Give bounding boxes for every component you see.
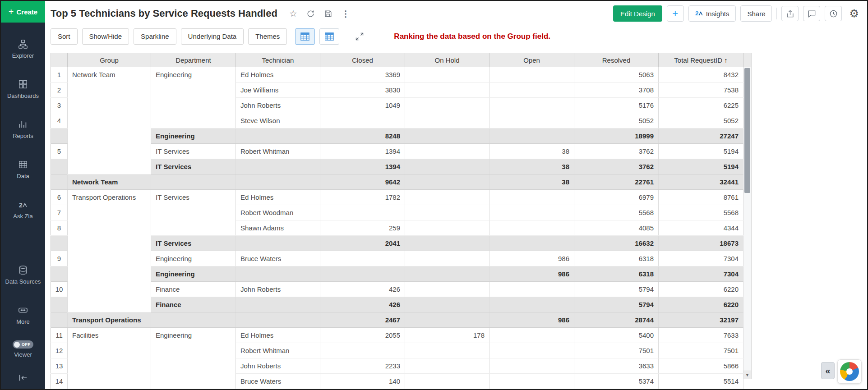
total-requestid-cell[interactable]: 6225 bbox=[659, 98, 743, 113]
resolved-cell[interactable]: 3633 bbox=[574, 358, 659, 374]
themes-button[interactable]: Themes bbox=[248, 28, 287, 45]
total-requestid-cell[interactable]: 5052 bbox=[659, 113, 743, 128]
group-total-label-cell[interactable]: Network Team bbox=[68, 174, 151, 190]
resolved-cell[interactable]: 4085 bbox=[574, 220, 659, 236]
technician-cell[interactable]: Robert Whitman bbox=[236, 144, 320, 159]
resolved-cell[interactable]: 6318 bbox=[574, 266, 659, 282]
pivot-view-icon[interactable] bbox=[319, 28, 339, 45]
resolved-cell[interactable]: 5052 bbox=[574, 113, 659, 128]
sidebar-item-data[interactable]: Data bbox=[1, 159, 45, 179]
closed-cell[interactable]: 3830 bbox=[320, 83, 405, 98]
settings-gear-icon[interactable]: ⚙ bbox=[849, 8, 859, 19]
resolved-cell[interactable]: 3762 bbox=[574, 144, 659, 159]
department-cell[interactable]: Finance bbox=[151, 282, 236, 297]
total-requestid-cell[interactable]: 5568 bbox=[659, 205, 743, 220]
group-total-label-cell[interactable]: Transport Operations bbox=[68, 312, 151, 328]
resolved-cell[interactable]: 5568 bbox=[574, 205, 659, 220]
closed-cell[interactable]: 9642 bbox=[320, 174, 405, 190]
column-header-department[interactable]: Department bbox=[151, 53, 236, 67]
share-button[interactable]: Share bbox=[740, 5, 772, 22]
on-hold-cell[interactable] bbox=[405, 312, 489, 328]
closed-cell[interactable]: 1394 bbox=[320, 144, 405, 159]
open-cell[interactable] bbox=[489, 128, 574, 144]
comment-icon[interactable] bbox=[803, 6, 820, 21]
on-hold-cell[interactable] bbox=[405, 220, 489, 236]
history-clock-icon[interactable] bbox=[825, 6, 842, 21]
department-subtotal-label-cell[interactable]: IT Services bbox=[151, 236, 236, 251]
closed-cell[interactable]: 2233 bbox=[320, 358, 405, 374]
resolved-cell[interactable]: 5794 bbox=[574, 297, 659, 312]
resolved-cell[interactable]: 5176 bbox=[574, 98, 659, 113]
open-cell[interactable] bbox=[489, 67, 574, 83]
total-requestid-cell[interactable]: 4344 bbox=[659, 220, 743, 236]
closed-cell[interactable]: 426 bbox=[320, 297, 405, 312]
technician-cell[interactable]: Robert Whitman bbox=[236, 343, 320, 358]
total-requestid-cell[interactable]: 7633 bbox=[659, 328, 743, 343]
technician-cell[interactable]: Bruce Waters bbox=[236, 374, 320, 389]
open-cell[interactable] bbox=[489, 236, 574, 251]
group-cell[interactable]: Network Team bbox=[68, 67, 151, 174]
closed-cell[interactable]: 2467 bbox=[320, 312, 405, 328]
open-cell[interactable] bbox=[489, 358, 574, 374]
closed-cell[interactable]: 426 bbox=[320, 282, 405, 297]
closed-cell[interactable]: 2041 bbox=[320, 236, 405, 251]
department-cell[interactable]: Engineering bbox=[151, 328, 236, 389]
total-requestid-cell[interactable]: 7304 bbox=[659, 266, 743, 282]
column-header-resolved[interactable]: Resolved bbox=[574, 53, 659, 67]
total-requestid-cell[interactable]: 8432 bbox=[659, 67, 743, 83]
closed-cell[interactable]: 1049 bbox=[320, 98, 405, 113]
total-requestid-cell[interactable]: 5514 bbox=[659, 374, 743, 389]
resolved-cell[interactable]: 6318 bbox=[574, 251, 659, 266]
open-cell[interactable] bbox=[489, 113, 574, 128]
resolved-cell[interactable]: 3762 bbox=[574, 159, 659, 174]
open-cell[interactable]: 986 bbox=[489, 266, 574, 282]
resize-columns-icon[interactable] bbox=[351, 28, 369, 45]
total-requestid-cell[interactable]: 5194 bbox=[659, 144, 743, 159]
technician-cell[interactable]: John Roberts bbox=[236, 358, 320, 374]
on-hold-cell[interactable] bbox=[405, 128, 489, 144]
show-hide-button[interactable]: Show/Hide bbox=[82, 28, 129, 45]
group-cell[interactable]: Transport Operations bbox=[68, 190, 151, 312]
viewer-toggle[interactable]: OFF bbox=[13, 340, 33, 349]
total-requestid-cell[interactable]: 8761 bbox=[659, 190, 743, 205]
resolved-cell[interactable]: 5400 bbox=[574, 328, 659, 343]
open-cell[interactable] bbox=[489, 343, 574, 358]
total-requestid-cell[interactable]: 7501 bbox=[659, 343, 743, 358]
closed-cell[interactable] bbox=[320, 251, 405, 266]
technician-cell[interactable]: Steve Wilson bbox=[236, 113, 320, 128]
column-header-group[interactable]: Group bbox=[68, 53, 151, 67]
on-hold-cell[interactable] bbox=[405, 343, 489, 358]
table-view-icon[interactable] bbox=[295, 28, 315, 45]
sparkline-button[interactable]: Sparkline bbox=[134, 28, 176, 45]
resolved-cell[interactable]: 6979 bbox=[574, 190, 659, 205]
open-cell[interactable]: 38 bbox=[489, 159, 574, 174]
on-hold-cell[interactable] bbox=[405, 159, 489, 174]
resolved-cell[interactable]: 18999 bbox=[574, 128, 659, 144]
on-hold-cell[interactable] bbox=[405, 174, 489, 190]
closed-cell[interactable]: 1394 bbox=[320, 159, 405, 174]
sidebar-item-ask-zia[interactable]: 2Ask Zia bbox=[1, 199, 45, 220]
resolved-cell[interactable]: 3708 bbox=[574, 83, 659, 98]
on-hold-cell[interactable]: 178 bbox=[405, 328, 489, 343]
underlying-data-button[interactable]: Underlying Data bbox=[181, 28, 244, 45]
open-cell[interactable] bbox=[489, 98, 574, 113]
total-requestid-cell[interactable]: 5194 bbox=[659, 159, 743, 174]
department-cell[interactable]: IT Services bbox=[151, 144, 236, 159]
total-requestid-cell[interactable]: 18673 bbox=[659, 236, 743, 251]
resolved-cell[interactable]: 16632 bbox=[574, 236, 659, 251]
on-hold-cell[interactable] bbox=[405, 83, 489, 98]
export-icon[interactable] bbox=[781, 6, 799, 21]
closed-cell[interactable] bbox=[320, 113, 405, 128]
sidebar-item-dashboards[interactable]: Dashboards bbox=[1, 79, 45, 99]
technician-cell[interactable]: Bruce Waters bbox=[236, 251, 320, 266]
open-cell[interactable]: 38 bbox=[489, 144, 574, 159]
closed-cell[interactable] bbox=[320, 205, 405, 220]
sidebar-item-explorer[interactable]: Explorer bbox=[1, 39, 45, 59]
technician-cell[interactable]: Ed Holmes bbox=[236, 190, 320, 205]
closed-cell[interactable] bbox=[320, 266, 405, 282]
sidebar-item-data-sources[interactable]: Data Sources bbox=[1, 265, 45, 285]
total-requestid-cell[interactable]: 7304 bbox=[659, 251, 743, 266]
on-hold-cell[interactable] bbox=[405, 358, 489, 374]
closed-cell[interactable] bbox=[320, 343, 405, 358]
technician-cell[interactable]: John Roberts bbox=[236, 98, 320, 113]
